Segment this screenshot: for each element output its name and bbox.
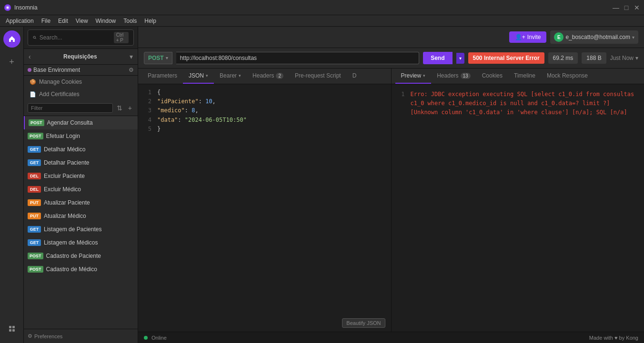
minimize-button[interactable]: — — [613, 4, 619, 11]
sidebar-footer: ⚙ Preferences — [24, 329, 138, 343]
list-item[interactable]: GET Listagem de Médicos — [24, 236, 138, 249]
tab-headers[interactable]: Headers 2 — [247, 69, 289, 84]
avatar: E — [554, 32, 564, 42]
certificate-icon: 📄 — [30, 91, 36, 98]
method-badge: PUT — [28, 213, 41, 219]
preferences-button[interactable]: ⚙ Preferences — [28, 333, 62, 339]
app-icon — [4, 4, 11, 11]
method-badge: GET — [28, 159, 41, 166]
request-list: POST Agendar Consulta POST Efetuar Login… — [24, 116, 138, 329]
tab-json[interactable]: JSON ▾ — [183, 69, 214, 84]
add-button[interactable]: + — [3, 53, 20, 70]
method-badge: POST — [29, 119, 44, 126]
send-dropdown-button[interactable]: ▾ — [456, 53, 464, 64]
list-item[interactable]: DEL Excluir Paciente — [24, 169, 138, 183]
request-tabs: Parameters JSON ▾ Bearer ▾ Headers 2 — [138, 69, 391, 84]
user-info[interactable]: E e_boscatto@hotmail.com ▾ — [550, 30, 638, 44]
svg-point-2 — [7, 7, 9, 9]
method-badge: POST — [28, 253, 43, 259]
svg-line-8 — [35, 38, 36, 39]
tab-timeline[interactable]: Timeline — [508, 69, 541, 84]
method-badge: POST — [28, 266, 43, 273]
preview-chevron-icon: ▾ — [423, 73, 425, 78]
method-badge: GET — [28, 239, 41, 246]
tab-pre-request[interactable]: Pre-request Script — [289, 69, 347, 84]
tab-parameters[interactable]: Parameters — [142, 69, 183, 84]
method-selector[interactable]: POST ▾ — [144, 52, 172, 64]
send-button[interactable]: Send — [423, 52, 452, 64]
search-input[interactable] — [40, 34, 111, 41]
request-panel: Parameters JSON ▾ Bearer ▾ Headers 2 — [138, 69, 392, 332]
menu-file[interactable]: File — [38, 17, 54, 25]
collapse-button[interactable]: ‹ — [28, 52, 32, 61]
collection-name: Requisições — [32, 53, 129, 60]
code-line: 1 { — [144, 88, 385, 97]
tab-bearer[interactable]: Bearer ▾ — [214, 69, 247, 84]
add-certificates-link[interactable]: 📄 Add Certificates — [24, 88, 138, 100]
online-label: Online — [151, 335, 167, 341]
url-input[interactable] — [176, 52, 419, 64]
icon-sidebar: + — [0, 27, 24, 343]
sidebar-search[interactable]: Ctrl + P — [28, 29, 134, 46]
list-item[interactable]: POST Efetuar Login — [24, 129, 138, 143]
gear-icon: ⚙ — [28, 333, 32, 339]
top-bar: 👤+ Invite E e_boscatto@hotmail.com ▾ — [138, 27, 644, 48]
tab-d[interactable]: D — [347, 69, 362, 84]
add-request-button[interactable]: + — [126, 103, 134, 113]
tab-response-headers[interactable]: Headers 13 — [431, 69, 476, 84]
app-container: + Ctrl + P ‹ Req — [0, 27, 644, 343]
manage-cookies-link[interactable]: 🍪 Manage Cookies — [24, 76, 138, 88]
manage-cookies-label: Manage Cookies — [39, 78, 82, 85]
method-badge: PUT — [28, 199, 41, 206]
error-message: Erro: JDBC exception executing SQL [sele… — [411, 90, 639, 118]
invite-icon: 👤+ — [515, 34, 525, 40]
list-item[interactable]: DEL Excluir Médico — [24, 183, 138, 196]
request-body-editor[interactable]: 1 { 2 "idPaciente": 10, 3 "medico": 8, 4… — [138, 84, 391, 332]
list-item[interactable]: POST Cadastro de Médico — [24, 263, 138, 276]
invite-button[interactable]: 👤+ Invite — [509, 31, 547, 43]
list-item[interactable]: GET Detalhar Paciente — [24, 156, 138, 169]
env-indicator — [28, 68, 31, 72]
menu-window[interactable]: Window — [92, 17, 120, 25]
env-name[interactable]: Base Environment — [33, 67, 127, 73]
tab-preview[interactable]: Preview ▾ — [395, 69, 432, 84]
method-label: POST — [148, 55, 164, 61]
list-item[interactable]: GET Detalhar Médico — [24, 143, 138, 156]
svg-rect-6 — [12, 329, 15, 332]
sort-button[interactable]: ⇅ — [115, 103, 124, 113]
list-item[interactable]: PUT Atualizar Médico — [24, 209, 138, 223]
tab-cookies[interactable]: Cookies — [476, 69, 508, 84]
list-item[interactable]: GET Listagem de Pacientes — [24, 223, 138, 236]
sidebar-search-area: Ctrl + P — [24, 27, 138, 49]
maximize-button[interactable]: □ — [623, 4, 630, 11]
list-item[interactable]: POST Cadastro de Paciente — [24, 249, 138, 263]
add-certificates-label: Add Certificates — [39, 91, 80, 98]
bottom-icon[interactable] — [3, 320, 20, 337]
request-name: Detalhar Médico — [44, 146, 85, 153]
method-badge: GET — [28, 146, 41, 153]
method-badge: POST — [28, 133, 43, 139]
menu-help[interactable]: Help — [141, 17, 160, 25]
menu-application[interactable]: Application — [2, 17, 38, 25]
response-panel: Preview ▾ Headers 13 Cookies Timeline Mo — [392, 69, 644, 332]
close-button[interactable]: ✕ — [634, 4, 640, 11]
menu-tools[interactable]: Tools — [120, 17, 141, 25]
beautify-button[interactable]: Beautify JSON — [342, 318, 385, 328]
menu-edit[interactable]: Edit — [54, 17, 72, 25]
menu-view[interactable]: View — [72, 17, 92, 25]
collection-menu-button[interactable]: ▾ — [129, 52, 134, 61]
home-icon[interactable] — [3, 30, 20, 48]
response-body: 1 Erro: JDBC exception executing SQL [se… — [392, 84, 644, 332]
list-item[interactable]: POST Agendar Consulta — [24, 116, 138, 129]
list-item[interactable]: PUT Atualizar Paciente — [24, 196, 138, 209]
filter-input[interactable] — [28, 103, 113, 113]
collection-header: ‹ Requisições ▾ — [24, 49, 138, 65]
request-name: Efetuar Login — [46, 133, 80, 139]
method-badge: DEL — [28, 186, 41, 193]
env-settings-button[interactable]: ⚙ — [129, 67, 134, 73]
cookies-icon: 🍪 — [30, 79, 36, 85]
main-content: 👤+ Invite E e_boscatto@hotmail.com ▾ POS… — [138, 27, 644, 343]
response-time: 69.2 ms — [548, 52, 578, 64]
code-line: 4 "data": "2024-06-05T10:50" — [144, 116, 385, 125]
tab-mock-response[interactable]: Mock Response — [541, 69, 594, 84]
